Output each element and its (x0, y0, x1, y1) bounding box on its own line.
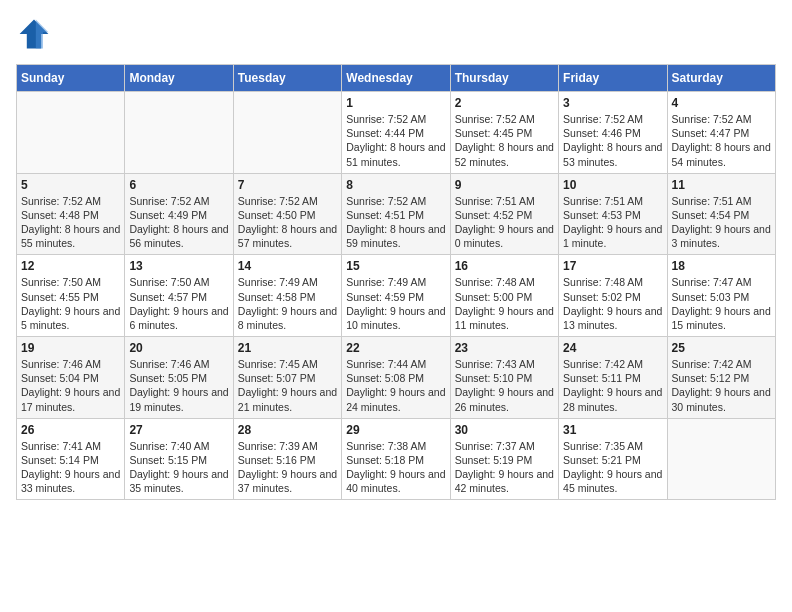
day-number: 29 (346, 423, 445, 437)
day-header-tuesday: Tuesday (233, 65, 341, 92)
calendar-cell: 24Sunrise: 7:42 AM Sunset: 5:11 PM Dayli… (559, 337, 667, 419)
day-number: 4 (672, 96, 771, 110)
day-info: Sunrise: 7:52 AM Sunset: 4:44 PM Dayligh… (346, 112, 445, 169)
calendar-week-2: 5Sunrise: 7:52 AM Sunset: 4:48 PM Daylig… (17, 173, 776, 255)
calendar-cell: 7Sunrise: 7:52 AM Sunset: 4:50 PM Daylig… (233, 173, 341, 255)
calendar-table: SundayMondayTuesdayWednesdayThursdayFrid… (16, 64, 776, 500)
day-info: Sunrise: 7:52 AM Sunset: 4:50 PM Dayligh… (238, 194, 337, 251)
day-info: Sunrise: 7:51 AM Sunset: 4:52 PM Dayligh… (455, 194, 554, 251)
day-info: Sunrise: 7:52 AM Sunset: 4:48 PM Dayligh… (21, 194, 120, 251)
day-number: 14 (238, 259, 337, 273)
calendar-cell: 17Sunrise: 7:48 AM Sunset: 5:02 PM Dayli… (559, 255, 667, 337)
day-number: 15 (346, 259, 445, 273)
day-number: 18 (672, 259, 771, 273)
calendar-cell: 3Sunrise: 7:52 AM Sunset: 4:46 PM Daylig… (559, 92, 667, 174)
calendar-cell: 29Sunrise: 7:38 AM Sunset: 5:18 PM Dayli… (342, 418, 450, 500)
calendar-cell: 27Sunrise: 7:40 AM Sunset: 5:15 PM Dayli… (125, 418, 233, 500)
day-number: 24 (563, 341, 662, 355)
day-info: Sunrise: 7:43 AM Sunset: 5:10 PM Dayligh… (455, 357, 554, 414)
day-info: Sunrise: 7:35 AM Sunset: 5:21 PM Dayligh… (563, 439, 662, 496)
calendar-week-1: 1Sunrise: 7:52 AM Sunset: 4:44 PM Daylig… (17, 92, 776, 174)
calendar-cell: 18Sunrise: 7:47 AM Sunset: 5:03 PM Dayli… (667, 255, 775, 337)
day-number: 31 (563, 423, 662, 437)
day-number: 2 (455, 96, 554, 110)
day-number: 3 (563, 96, 662, 110)
calendar-cell: 16Sunrise: 7:48 AM Sunset: 5:00 PM Dayli… (450, 255, 558, 337)
day-info: Sunrise: 7:52 AM Sunset: 4:47 PM Dayligh… (672, 112, 771, 169)
day-info: Sunrise: 7:49 AM Sunset: 4:58 PM Dayligh… (238, 275, 337, 332)
day-number: 23 (455, 341, 554, 355)
day-number: 21 (238, 341, 337, 355)
day-info: Sunrise: 7:44 AM Sunset: 5:08 PM Dayligh… (346, 357, 445, 414)
day-number: 16 (455, 259, 554, 273)
calendar-cell: 20Sunrise: 7:46 AM Sunset: 5:05 PM Dayli… (125, 337, 233, 419)
calendar-cell: 23Sunrise: 7:43 AM Sunset: 5:10 PM Dayli… (450, 337, 558, 419)
day-number: 6 (129, 178, 228, 192)
day-number: 9 (455, 178, 554, 192)
calendar-cell: 6Sunrise: 7:52 AM Sunset: 4:49 PM Daylig… (125, 173, 233, 255)
calendar-cell (233, 92, 341, 174)
day-number: 12 (21, 259, 120, 273)
calendar-cell: 22Sunrise: 7:44 AM Sunset: 5:08 PM Dayli… (342, 337, 450, 419)
day-header-wednesday: Wednesday (342, 65, 450, 92)
day-info: Sunrise: 7:51 AM Sunset: 4:54 PM Dayligh… (672, 194, 771, 251)
day-info: Sunrise: 7:50 AM Sunset: 4:55 PM Dayligh… (21, 275, 120, 332)
day-info: Sunrise: 7:40 AM Sunset: 5:15 PM Dayligh… (129, 439, 228, 496)
day-info: Sunrise: 7:46 AM Sunset: 5:05 PM Dayligh… (129, 357, 228, 414)
day-info: Sunrise: 7:52 AM Sunset: 4:46 PM Dayligh… (563, 112, 662, 169)
day-header-monday: Monday (125, 65, 233, 92)
calendar-cell: 4Sunrise: 7:52 AM Sunset: 4:47 PM Daylig… (667, 92, 775, 174)
day-header-thursday: Thursday (450, 65, 558, 92)
calendar-cell (17, 92, 125, 174)
day-number: 1 (346, 96, 445, 110)
calendar-cell: 28Sunrise: 7:39 AM Sunset: 5:16 PM Dayli… (233, 418, 341, 500)
calendar-cell: 9Sunrise: 7:51 AM Sunset: 4:52 PM Daylig… (450, 173, 558, 255)
day-number: 22 (346, 341, 445, 355)
calendar-week-4: 19Sunrise: 7:46 AM Sunset: 5:04 PM Dayli… (17, 337, 776, 419)
day-info: Sunrise: 7:51 AM Sunset: 4:53 PM Dayligh… (563, 194, 662, 251)
day-number: 20 (129, 341, 228, 355)
day-number: 19 (21, 341, 120, 355)
day-info: Sunrise: 7:42 AM Sunset: 5:11 PM Dayligh… (563, 357, 662, 414)
calendar-cell: 12Sunrise: 7:50 AM Sunset: 4:55 PM Dayli… (17, 255, 125, 337)
calendar-cell: 21Sunrise: 7:45 AM Sunset: 5:07 PM Dayli… (233, 337, 341, 419)
day-number: 5 (21, 178, 120, 192)
logo-icon (16, 16, 52, 52)
calendar-cell: 30Sunrise: 7:37 AM Sunset: 5:19 PM Dayli… (450, 418, 558, 500)
day-info: Sunrise: 7:49 AM Sunset: 4:59 PM Dayligh… (346, 275, 445, 332)
calendar-cell: 15Sunrise: 7:49 AM Sunset: 4:59 PM Dayli… (342, 255, 450, 337)
calendar-cell: 1Sunrise: 7:52 AM Sunset: 4:44 PM Daylig… (342, 92, 450, 174)
day-info: Sunrise: 7:47 AM Sunset: 5:03 PM Dayligh… (672, 275, 771, 332)
day-info: Sunrise: 7:39 AM Sunset: 5:16 PM Dayligh… (238, 439, 337, 496)
day-info: Sunrise: 7:41 AM Sunset: 5:14 PM Dayligh… (21, 439, 120, 496)
calendar-cell: 10Sunrise: 7:51 AM Sunset: 4:53 PM Dayli… (559, 173, 667, 255)
calendar-week-5: 26Sunrise: 7:41 AM Sunset: 5:14 PM Dayli… (17, 418, 776, 500)
calendar-cell: 26Sunrise: 7:41 AM Sunset: 5:14 PM Dayli… (17, 418, 125, 500)
page-header (16, 16, 776, 52)
logo (16, 16, 56, 52)
day-info: Sunrise: 7:52 AM Sunset: 4:51 PM Dayligh… (346, 194, 445, 251)
day-info: Sunrise: 7:37 AM Sunset: 5:19 PM Dayligh… (455, 439, 554, 496)
day-info: Sunrise: 7:52 AM Sunset: 4:49 PM Dayligh… (129, 194, 228, 251)
calendar-cell: 19Sunrise: 7:46 AM Sunset: 5:04 PM Dayli… (17, 337, 125, 419)
day-header-row: SundayMondayTuesdayWednesdayThursdayFrid… (17, 65, 776, 92)
day-number: 8 (346, 178, 445, 192)
day-number: 13 (129, 259, 228, 273)
day-number: 26 (21, 423, 120, 437)
day-number: 30 (455, 423, 554, 437)
day-info: Sunrise: 7:48 AM Sunset: 5:00 PM Dayligh… (455, 275, 554, 332)
day-info: Sunrise: 7:46 AM Sunset: 5:04 PM Dayligh… (21, 357, 120, 414)
day-header-saturday: Saturday (667, 65, 775, 92)
day-info: Sunrise: 7:38 AM Sunset: 5:18 PM Dayligh… (346, 439, 445, 496)
day-info: Sunrise: 7:42 AM Sunset: 5:12 PM Dayligh… (672, 357, 771, 414)
svg-marker-0 (20, 20, 49, 49)
day-number: 25 (672, 341, 771, 355)
day-info: Sunrise: 7:52 AM Sunset: 4:45 PM Dayligh… (455, 112, 554, 169)
calendar-cell: 13Sunrise: 7:50 AM Sunset: 4:57 PM Dayli… (125, 255, 233, 337)
calendar-cell (667, 418, 775, 500)
calendar-cell: 2Sunrise: 7:52 AM Sunset: 4:45 PM Daylig… (450, 92, 558, 174)
day-number: 28 (238, 423, 337, 437)
day-number: 11 (672, 178, 771, 192)
day-header-sunday: Sunday (17, 65, 125, 92)
calendar-cell (125, 92, 233, 174)
